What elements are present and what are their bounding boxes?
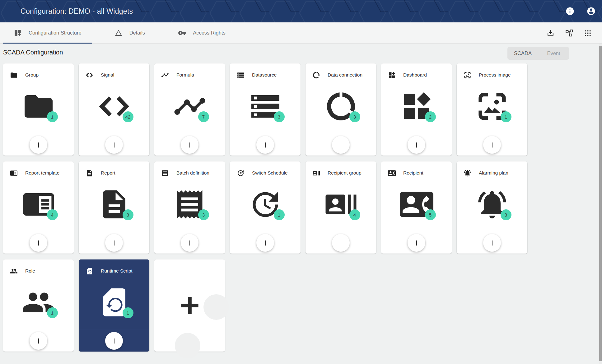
count-badge: 3 [198, 209, 209, 220]
app-header: Configuration: DEMO - all Widgets [0, 0, 602, 22]
count-badge: 42 [123, 111, 133, 122]
contact-list-icon [312, 169, 320, 177]
scrollbar-thumb[interactable] [599, 46, 602, 361]
add-runtime-script-button[interactable] [105, 332, 123, 350]
add-switch-schedule-button[interactable] [256, 234, 274, 252]
count-badge: 1 [274, 209, 285, 220]
add-dashboard-button[interactable] [408, 136, 425, 154]
section-heading: SCADA Configuration [3, 49, 63, 56]
add-datasource-button[interactable] [256, 136, 274, 154]
widget-card-process-image[interactable]: Process image 1 [457, 63, 527, 156]
scrollbar-track[interactable] [599, 44, 602, 364]
count-badge: 1 [123, 307, 133, 318]
puzzle-notch [175, 333, 200, 358]
add-report-button[interactable] [105, 234, 123, 252]
card-title: Signal [101, 72, 114, 78]
widget-card-batch-definition[interactable]: Batch definition 3 [154, 161, 225, 254]
line-chart-icon [161, 71, 169, 79]
card-title: Batch definition [176, 170, 209, 176]
widget-card-role[interactable]: Role 1 [3, 259, 74, 352]
scada-event-toggle: SCADA Event [507, 47, 569, 60]
storage-icon [237, 71, 245, 79]
card-title: Recipient [403, 170, 423, 176]
receipt-icon [161, 169, 169, 177]
card-title: Runtime Script [101, 268, 133, 274]
dashboard-icon [388, 71, 396, 79]
main-content: SCADA Configuration SCADA Event Group 1 … [0, 44, 602, 364]
widget-card-switch-schedule[interactable]: Switch Schedule 1 [230, 161, 301, 254]
account-circle-icon[interactable] [586, 7, 596, 16]
widget-card-recipient[interactable]: Recipient 5 [381, 161, 452, 254]
add-data-connection-button[interactable] [332, 136, 350, 154]
document-icon [86, 169, 93, 177]
widget-card-report[interactable]: Report 3 [79, 161, 149, 254]
contact-phone-icon [388, 169, 396, 177]
widget-card-datasource[interactable]: Datasource 3 [230, 63, 301, 156]
count-badge: 3 [349, 111, 360, 122]
widget-card-formula[interactable]: Formula 7 [154, 63, 225, 156]
apps-grid-icon[interactable] [584, 29, 592, 37]
add-process-image-button[interactable] [483, 136, 501, 154]
tab-details[interactable]: Details [106, 22, 154, 43]
count-badge: 1 [47, 111, 58, 122]
card-title: Report template [25, 170, 59, 176]
toggle-option-event[interactable]: Event [538, 47, 569, 60]
widget-card-signal[interactable]: Signal 42 [79, 63, 149, 156]
card-title: Data connection [328, 72, 362, 78]
schema-icon[interactable] [565, 29, 573, 37]
tab-configuration-structure[interactable]: Configuration Structure [5, 22, 90, 43]
toggle-option-scada[interactable]: SCADA [507, 47, 538, 60]
count-badge: 3 [501, 209, 511, 220]
add-widget-card[interactable] [154, 259, 225, 352]
add-recipient-button[interactable] [408, 234, 425, 252]
add-report-template-button[interactable] [30, 234, 47, 252]
add-recipient-group-button[interactable] [332, 234, 350, 252]
grid-tab-icon [14, 29, 22, 37]
add-formula-button[interactable] [181, 136, 198, 154]
tab-access-rights[interactable]: Access Rights [169, 22, 234, 43]
count-badge: 1 [47, 307, 58, 318]
info-icon[interactable] [565, 7, 575, 16]
clock-arrow-icon [237, 169, 245, 177]
folder-icon [10, 71, 18, 79]
data-usage-icon [312, 71, 320, 79]
card-title: Group [25, 72, 39, 78]
bell-icon [464, 169, 471, 177]
add-signal-button[interactable] [105, 136, 123, 154]
key-icon [178, 29, 186, 37]
process-image-icon [464, 71, 471, 79]
add-alarming-plan-button[interactable] [483, 234, 501, 252]
tab-label: Configuration Structure [29, 30, 82, 36]
card-title: Alarming plan [479, 170, 508, 176]
card-title: Recipient group [328, 170, 362, 176]
count-badge: 5 [425, 209, 436, 220]
widget-card-recipient-group[interactable]: Recipient group 4 [306, 161, 376, 254]
widget-card-runtime-script[interactable]: Runtime Script 1 [79, 259, 149, 352]
card-title: Role [25, 268, 35, 274]
puzzle-notch [203, 294, 229, 320]
add-batch-definition-button[interactable] [181, 234, 198, 252]
widget-card-group[interactable]: Group 1 [3, 63, 74, 156]
widget-card-alarming-plan[interactable]: Alarming plan 3 [457, 161, 527, 254]
widget-grid: Group 1 Signal 42 Formula 7 [0, 63, 602, 352]
download-icon[interactable] [546, 29, 555, 37]
widget-card-dashboard[interactable]: Dashboard 2 [381, 63, 452, 156]
tab-label: Details [129, 30, 145, 36]
count-badge: 4 [349, 209, 360, 220]
count-badge: 1 [501, 111, 511, 122]
count-badge: 3 [274, 111, 285, 122]
reader-icon [10, 169, 18, 177]
add-role-button[interactable] [30, 332, 47, 350]
tab-bar: Configuration Structure Details Access R… [0, 22, 602, 44]
add-group-button[interactable] [30, 136, 47, 154]
card-title: Report [101, 170, 115, 176]
page-title: Configuration: DEMO - all Widgets [21, 0, 133, 22]
widget-card-report-template[interactable]: Report template 4 [3, 161, 74, 254]
card-title: Dashboard [403, 72, 427, 78]
plus-icon [178, 293, 202, 318]
people-icon [10, 267, 18, 275]
widget-card-data-connection[interactable]: Data connection 3 [306, 63, 376, 156]
card-title: Datasource [252, 72, 277, 78]
tab-label: Access Rights [193, 30, 226, 36]
card-title: Process image [479, 72, 511, 78]
